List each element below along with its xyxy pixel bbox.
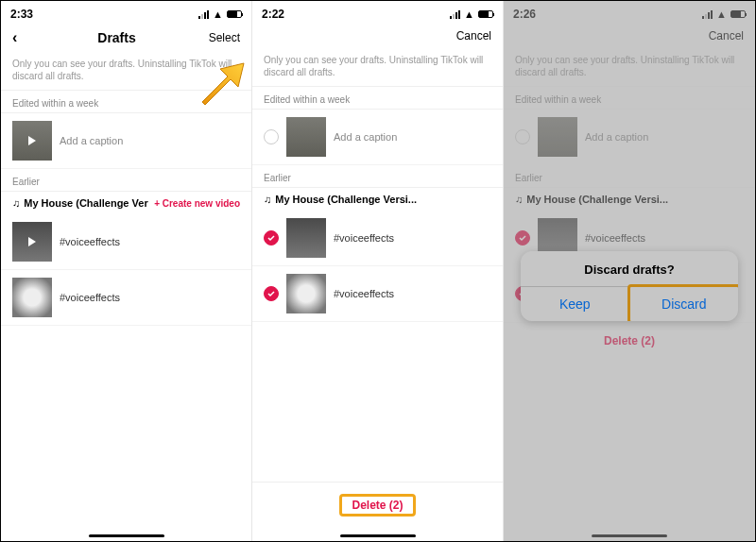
caption-placeholder: Add a caption [60, 135, 123, 146]
video-thumb [286, 218, 326, 258]
nav-bar: Cancel [252, 24, 503, 50]
wifi-icon: ▲ [464, 8, 474, 20]
caption: #voiceeffects [60, 292, 120, 303]
play-icon [28, 237, 36, 246]
page-title: Drafts [41, 30, 193, 45]
battery-icon [478, 10, 493, 18]
keep-button[interactable]: Keep [521, 287, 630, 321]
caption: #voiceeffects [60, 236, 120, 247]
video-thumb [538, 117, 577, 157]
cancel-button[interactable]: Cancel [444, 29, 491, 42]
drafts-disclaimer: Only you can see your drafts. Uninstalli… [504, 50, 755, 87]
battery-icon [227, 10, 242, 18]
select-radio-checked[interactable] [264, 230, 279, 246]
caption: #voiceeffects [334, 232, 394, 244]
select-radio[interactable] [515, 129, 530, 144]
draft-row[interactable]: Add a caption [252, 110, 503, 165]
section-header-recent: Edited within a week [504, 89, 755, 110]
delete-button[interactable]: Delete (2) [339, 494, 415, 517]
song-row: ♫My House (Challenge Versi... + Create n… [1, 192, 251, 214]
video-thumb [286, 274, 326, 313]
discard-button[interactable]: Discard [627, 284, 739, 321]
footer: Delete (2) [504, 322, 755, 372]
music-note-icon: ♫ [515, 194, 523, 205]
tutorial-triptych: 2:33 ▲ ‹ Drafts Select Only you can see … [0, 0, 756, 542]
music-note-icon: ♫ [264, 194, 271, 205]
song-title: ♫My House (Challenge Versi... [515, 194, 668, 205]
home-indicator [592, 534, 667, 537]
select-radio-checked[interactable] [264, 286, 279, 301]
video-thumb [12, 278, 52, 317]
annotation-arrow-icon [195, 58, 247, 110]
play-icon [28, 136, 36, 145]
caption-placeholder: Add a caption [585, 131, 648, 143]
signal-icon [702, 10, 713, 19]
song-row: ♫My House (Challenge Versi... [504, 188, 755, 211]
panel-3: 2:26 ▲ Cancel Only you can see your draf… [504, 1, 755, 541]
wifi-icon: ▲ [213, 8, 223, 20]
draft-row[interactable]: Add a caption [1, 113, 251, 169]
home-indicator [89, 534, 164, 537]
drafts-disclaimer: Only you can see your drafts. Uninstalli… [252, 50, 503, 87]
home-indicator [340, 534, 416, 537]
nav-bar: Cancel [504, 24, 755, 50]
music-note-icon: ♫ [12, 197, 20, 209]
clock: 2:33 [10, 8, 33, 21]
song-title: ♫My House (Challenge Versi... [12, 197, 148, 209]
signal-icon [198, 10, 209, 19]
wifi-icon: ▲ [716, 8, 727, 20]
status-bar: 2:33 ▲ [1, 1, 251, 24]
section-header-earlier: Earlier [504, 167, 755, 188]
discard-alert: Discard drafts? Keep Discard [521, 251, 738, 321]
delete-button[interactable]: Delete (2) [604, 334, 655, 347]
status-icons: ▲ [450, 8, 493, 20]
battery-icon [730, 10, 746, 18]
video-thumb [12, 121, 52, 161]
select-button[interactable]: Select [193, 31, 240, 44]
caption: #voiceeffects [334, 288, 394, 299]
clock: 2:22 [262, 8, 284, 21]
alert-title: Discard drafts? [521, 251, 738, 286]
nav-bar: ‹ Drafts Select [1, 24, 251, 54]
draft-row[interactable]: #voiceeffects [252, 211, 503, 266]
caption: #voiceeffects [585, 232, 645, 244]
section-header-recent: Edited within a week [252, 89, 503, 110]
song-row: ♫My House (Challenge Versi... [252, 188, 503, 211]
back-icon[interactable]: ‹ [12, 29, 41, 46]
select-radio-checked[interactable] [515, 230, 530, 246]
draft-row[interactable]: #voiceeffects [1, 214, 251, 270]
footer: Delete (2) [252, 482, 503, 541]
status-icons: ▲ [702, 8, 746, 20]
select-radio[interactable] [264, 129, 279, 144]
signal-icon [450, 10, 460, 19]
caption-placeholder: Add a caption [334, 131, 397, 143]
status-bar: 2:26 ▲ [504, 1, 755, 24]
video-thumb [286, 117, 326, 157]
draft-row[interactable]: Add a caption [504, 110, 755, 165]
video-thumb [12, 222, 52, 262]
cancel-button[interactable]: Cancel [696, 29, 744, 42]
clock: 2:26 [513, 8, 536, 21]
panel-1: 2:33 ▲ ‹ Drafts Select Only you can see … [1, 1, 252, 541]
draft-row[interactable]: #voiceeffects [252, 266, 503, 322]
song-title: ♫My House (Challenge Versi... [264, 194, 417, 205]
status-icons: ▲ [198, 8, 242, 20]
status-bar: 2:22 ▲ [252, 1, 503, 24]
panel-2: 2:22 ▲ Cancel Only you can see your draf… [252, 1, 504, 541]
draft-row[interactable]: #voiceeffects [1, 270, 251, 326]
create-new-video-button[interactable]: + Create new video [154, 198, 240, 209]
section-header-earlier: Earlier [252, 167, 503, 188]
section-header-earlier: Earlier [1, 171, 251, 192]
